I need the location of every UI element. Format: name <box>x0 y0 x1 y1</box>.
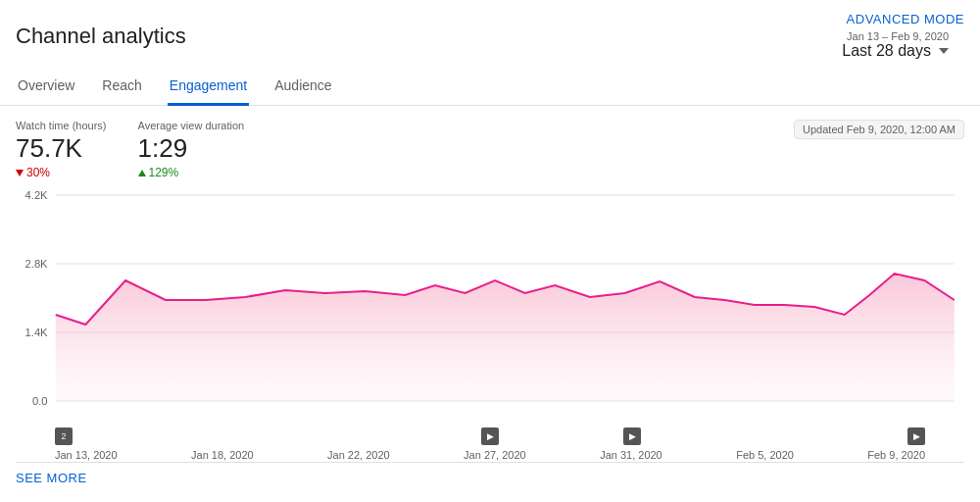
watch-time-value: 75.7K <box>16 133 107 164</box>
date-range-value[interactable]: Last 28 days <box>842 42 949 60</box>
x-axis-labels: Jan 13, 2020 Jan 18, 2020 Jan 22, 2020 J… <box>16 445 925 461</box>
tab-engagement[interactable]: Engagement <box>168 68 249 106</box>
chart-svg: 4.2K 2.8K 1.4K 0.0 <box>16 187 964 423</box>
chart-area: 4.2K 2.8K 1.4K 0.0 2 ▶ ▶ ▶ Ja <box>0 187 980 462</box>
svg-text:2.8K: 2.8K <box>25 258 49 270</box>
svg-text:0.0: 0.0 <box>32 395 48 407</box>
tabs-bar: Overview Reach Engagement Audience <box>0 68 980 106</box>
advanced-mode-button[interactable]: ADVANCED MODE <box>847 12 964 26</box>
tab-overview[interactable]: Overview <box>16 68 76 106</box>
date-range-label: Jan 13 – Feb 9, 2020 <box>847 30 949 42</box>
metric-avg-duration: Average view duration 1:29 129% <box>138 120 245 179</box>
see-more-container: SEE MORE <box>0 463 980 493</box>
svg-marker-8 <box>56 274 955 401</box>
avg-duration-change: 129% <box>138 166 245 179</box>
avg-duration-value: 1:29 <box>138 133 245 164</box>
svg-text:4.2K: 4.2K <box>25 189 49 201</box>
video-marker-4[interactable]: ▶ <box>481 427 499 445</box>
see-more-link[interactable]: SEE MORE <box>16 471 87 485</box>
chevron-down-icon <box>939 48 949 54</box>
x-label-3: Jan 22, 2020 <box>327 449 390 461</box>
watch-time-change: 30% <box>16 166 107 179</box>
update-badge: Updated Feb 9, 2020, 12:00 AM <box>794 120 964 139</box>
metrics-row: Watch time (hours) 75.7K 30% Average vie… <box>0 106 980 187</box>
avg-duration-label: Average view duration <box>138 120 245 131</box>
arrow-down-icon <box>16 170 24 176</box>
arrow-up-icon <box>138 170 146 176</box>
x-label-6: Feb 5, 2020 <box>736 449 794 461</box>
x-label-5: Jan 31, 2020 <box>600 449 662 461</box>
svg-text:1.4K: 1.4K <box>25 326 49 338</box>
x-label-4: Jan 27, 2020 <box>464 449 526 461</box>
video-marker-5[interactable]: ▶ <box>623 427 641 445</box>
x-label-2: Jan 18, 2020 <box>191 449 254 461</box>
top-right-area: ADVANCED MODE Jan 13 – Feb 9, 2020 Last … <box>842 12 964 60</box>
page-header: Channel analytics ADVANCED MODE Jan 13 –… <box>0 0 980 68</box>
date-range-container: Jan 13 – Feb 9, 2020 Last 28 days <box>842 26 964 60</box>
x-label-1: Jan 13, 2020 <box>55 449 118 461</box>
video-marker-7[interactable]: ▶ <box>907 427 925 445</box>
tab-reach[interactable]: Reach <box>100 68 143 106</box>
page-title: Channel analytics <box>16 24 186 49</box>
metric-watch-time: Watch time (hours) 75.7K 30% <box>16 120 107 179</box>
video-marker-1[interactable]: 2 <box>55 427 73 445</box>
x-label-7: Feb 9, 2020 <box>867 449 925 461</box>
video-markers-row: 2 ▶ ▶ ▶ <box>16 426 925 445</box>
tab-audience[interactable]: Audience <box>272 68 333 106</box>
watch-time-label: Watch time (hours) <box>16 120 107 131</box>
